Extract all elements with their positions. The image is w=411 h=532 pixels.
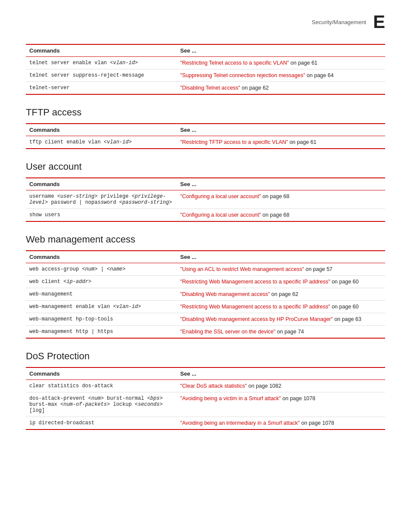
cmd-cell: username <user-string> privilege <privil… (26, 190, 177, 209)
cmd-cell: web-management enable vlan <vlan-id> (26, 301, 177, 313)
table-tftp-access: CommandsSee ...tftp client enable vlan <… (26, 123, 385, 149)
table-row: username <user-string> privilege <privil… (26, 190, 385, 209)
see-cell: "Avoiding being an intermediary in a Smu… (177, 417, 385, 430)
col-header-0: Commands (26, 367, 177, 380)
table-row: tftp client enable vlan <vlan-id>"Restri… (26, 136, 385, 149)
see-link[interactable]: "Restricting TFTP access to a specific V… (180, 139, 288, 145)
cmd-cell: web-management (26, 288, 177, 301)
sections-container: CommandsSee ...telnet server enable vlan… (26, 44, 385, 430)
col-header-0: Commands (26, 44, 177, 57)
see-cell: "Avoiding being a victim in a Smurf atta… (177, 392, 385, 417)
see-cell: "Disabling Telnet access" on page 62 (177, 82, 385, 95)
see-cell: "Configuring a local user account" on pa… (177, 190, 385, 209)
see-cell: "Configuring a local user account" on pa… (177, 209, 385, 222)
see-cell: "Clear DoS attack statistics" on page 10… (177, 380, 385, 392)
see-link[interactable]: "Configuring a local user account" (180, 193, 261, 199)
see-link[interactable]: "Configuring a local user account" (180, 212, 261, 218)
see-link[interactable]: "Enabling the SSL server on the device" (180, 329, 275, 335)
table-row: show users"Configuring a local user acco… (26, 209, 385, 222)
table-row: telnet server enable vlan <vlan-id>"Rest… (26, 57, 385, 69)
see-cell: "Disabling Web management access by HP P… (177, 313, 385, 326)
table-row: web-management http | https"Enabling the… (26, 326, 385, 339)
cmd-cell: dos-attack-prevent <num> burst-normal <b… (26, 392, 177, 417)
table-web-management-access: CommandsSee ...web access-group <num> | … (26, 250, 385, 339)
col-header-1: See ... (177, 124, 385, 136)
section-title-web-management-access: Web management access (26, 234, 385, 245)
section-telnet-extra: CommandsSee ...telnet server enable vlan… (26, 44, 385, 95)
col-header-0: Commands (26, 251, 177, 263)
see-cell: "Restricting TFTP access to a specific V… (177, 136, 385, 149)
table-row: web-management enable vlan <vlan-id>"Res… (26, 301, 385, 313)
see-cell: "Restricting Telnet access to a specific… (177, 57, 385, 69)
see-link[interactable]: "Clear DoS attack statistics" (180, 383, 247, 389)
see-cell: "Suppressing Telnet connection rejection… (177, 69, 385, 82)
cmd-cell: web client <ip-addr> (26, 276, 177, 288)
see-cell: "Enabling the SSL server on the device" … (177, 326, 385, 339)
col-header-0: Commands (26, 178, 177, 190)
see-link[interactable]: "Suppressing Telnet connection rejection… (180, 72, 305, 78)
table-row: web client <ip-addr>"Restricting Web Man… (26, 276, 385, 288)
table-row: dos-attack-prevent <num> burst-normal <b… (26, 392, 385, 417)
see-link[interactable]: "Disabling Telnet access" (180, 85, 240, 91)
table-row: clear statistics dos-attack"Clear DoS at… (26, 380, 385, 392)
section-title-user-account: User account (26, 161, 385, 172)
cmd-cell: web-management hp-top-tools (26, 313, 177, 326)
col-header-1: See ... (177, 251, 385, 263)
table-row: web-management"Disabling Web management … (26, 288, 385, 301)
table-row: telnet server suppress-reject-message"Su… (26, 69, 385, 82)
cmd-cell: ip directed-broadcast (26, 417, 177, 430)
table-telnet-extra: CommandsSee ...telnet server enable vlan… (26, 44, 385, 95)
cmd-cell: web access-group <num> | <name> (26, 263, 177, 276)
cmd-cell: telnet-server (26, 82, 177, 95)
col-header-1: See ... (177, 367, 385, 380)
section-tftp-access: TFTP accessCommandsSee ...tftp client en… (26, 107, 385, 149)
section-web-management-access: Web management accessCommandsSee ...web … (26, 234, 385, 339)
see-cell: "Restricting Web Management access to a … (177, 276, 385, 288)
cmd-cell: telnet server enable vlan <vlan-id> (26, 57, 177, 69)
section-dos-protection: DoS ProtectionCommandsSee ...clear stati… (26, 351, 385, 430)
header-title: Security/Management (312, 19, 366, 25)
section-user-account: User accountCommandsSee ...username <use… (26, 161, 385, 222)
cmd-cell: web-management http | https (26, 326, 177, 339)
cmd-cell: telnet server suppress-reject-message (26, 69, 177, 82)
table-row: telnet-server"Disabling Telnet access" o… (26, 82, 385, 95)
see-link[interactable]: "Disabling Web management access by HP P… (180, 316, 333, 322)
col-header-0: Commands (26, 124, 177, 136)
table-row: ip directed-broadcast"Avoiding being an … (26, 417, 385, 430)
table-dos-protection: CommandsSee ...clear statistics dos-atta… (26, 367, 385, 430)
page-header: Security/Management E (26, 13, 385, 31)
cmd-cell: show users (26, 209, 177, 222)
see-cell: "Disabling Web management access" on pag… (177, 288, 385, 301)
see-link[interactable]: "Using an ACL to restrict Web management… (180, 266, 304, 272)
col-header-1: See ... (177, 44, 385, 57)
see-link[interactable]: "Restricting Telnet access to a specific… (180, 60, 289, 66)
cmd-cell: tftp client enable vlan <vlan-id> (26, 136, 177, 149)
see-link[interactable]: "Restricting Web Management access to a … (180, 279, 330, 285)
header-letter: E (373, 13, 385, 31)
see-link[interactable]: "Avoiding being a victim in a Smurf atta… (180, 395, 281, 401)
see-link[interactable]: "Disabling Web management access" (180, 291, 270, 297)
section-title-dos-protection: DoS Protection (26, 351, 385, 362)
col-header-1: See ... (177, 178, 385, 190)
section-title-tftp-access: TFTP access (26, 107, 385, 118)
cmd-cell: clear statistics dos-attack (26, 380, 177, 392)
see-link[interactable]: "Restricting Web Management access to a … (180, 304, 330, 310)
table-user-account: CommandsSee ...username <user-string> pr… (26, 177, 385, 222)
see-cell: "Restricting Web Management access to a … (177, 301, 385, 313)
see-cell: "Using an ACL to restrict Web management… (177, 263, 385, 276)
table-row: web access-group <num> | <name>"Using an… (26, 263, 385, 276)
see-link[interactable]: "Avoiding being an intermediary in a Smu… (180, 420, 300, 426)
table-row: web-management hp-top-tools"Disabling We… (26, 313, 385, 326)
